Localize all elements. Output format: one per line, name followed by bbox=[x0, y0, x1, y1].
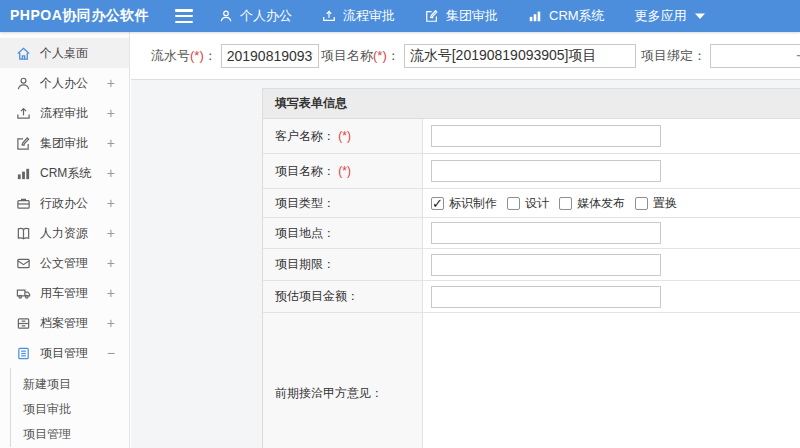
nav-label: 个人办公 bbox=[240, 7, 292, 25]
collapse-icon[interactable]: − bbox=[107, 346, 115, 360]
sidebar-item-archives[interactable]: 档案管理 + bbox=[0, 308, 129, 338]
row-project-name: 项目名称： (*) bbox=[263, 154, 800, 189]
checkbox-icon[interactable] bbox=[559, 197, 572, 210]
caret-down-icon bbox=[695, 12, 705, 20]
expand-icon[interactable]: + bbox=[107, 166, 115, 180]
row-preliminary-opinion: 前期接洽甲方意见： bbox=[263, 313, 800, 448]
project-budget-label: 预估项目金额： bbox=[263, 281, 423, 312]
plus-icon[interactable]: + bbox=[796, 46, 800, 66]
sidebar-item-personal-office[interactable]: 个人办公 + bbox=[0, 68, 129, 98]
project-bind-field: 项目绑定： bbox=[641, 32, 800, 80]
project-location-input[interactable] bbox=[431, 222, 661, 244]
form-table: 填写表单信息 客户名称： (*) 项目名称： (*) 项目类型： 标识制作 bbox=[262, 88, 800, 448]
top-nav: 个人办公 流程审批 集团审批 CRM系统 更多应用 bbox=[219, 7, 742, 25]
briefcase-icon bbox=[16, 196, 31, 211]
expand-icon[interactable]: + bbox=[107, 196, 115, 210]
checkbox-icon[interactable] bbox=[635, 197, 648, 210]
nav-more-apps[interactable]: 更多应用 bbox=[635, 7, 712, 25]
project-bind-label: 项目绑定： bbox=[641, 47, 706, 65]
app-window: PHPOA协同办公软件 个人办公 流程审批 集团审批 CRM系统 更多应用 bbox=[0, 0, 800, 448]
expand-icon[interactable]: + bbox=[107, 286, 115, 300]
checkbox-option-design[interactable]: 设计 bbox=[507, 195, 549, 212]
sidebar-subitem-project-approval[interactable]: 项目审批 bbox=[11, 397, 129, 422]
app-title: PHPOA协同办公软件 bbox=[0, 7, 175, 25]
expand-icon[interactable]: + bbox=[107, 76, 115, 90]
sidebar: 个人桌面 个人办公 + 流程审批 + 集团审批 + CRM系统 + 行政办公 + bbox=[0, 32, 130, 448]
project-name-label: 项目名称(*)： bbox=[321, 47, 400, 65]
serial-input[interactable] bbox=[221, 44, 319, 68]
expand-icon[interactable]: + bbox=[107, 226, 115, 240]
mail-icon bbox=[16, 256, 31, 271]
preliminary-opinion-textarea[interactable] bbox=[423, 313, 800, 448]
project-name-input[interactable] bbox=[404, 44, 636, 68]
sidebar-submenu-project: 新建项目 项目审批 项目管理 bbox=[10, 368, 129, 447]
edit-icon bbox=[425, 9, 439, 23]
checkbox-icon[interactable] bbox=[431, 197, 444, 210]
home-icon bbox=[16, 46, 31, 61]
checkbox-option-exchange[interactable]: 置换 bbox=[635, 195, 677, 212]
nav-group-approval[interactable]: 集团审批 bbox=[425, 7, 498, 25]
hamburger-menu-icon[interactable] bbox=[175, 9, 193, 23]
project-bind-input[interactable] bbox=[710, 44, 800, 68]
nav-crm-system[interactable]: CRM系统 bbox=[528, 7, 605, 25]
nav-label: 更多应用 bbox=[635, 7, 687, 25]
sidebar-item-admin-office[interactable]: 行政办公 + bbox=[0, 188, 129, 218]
expand-icon[interactable]: + bbox=[107, 316, 115, 330]
checkbox-option-media-release[interactable]: 媒体发布 bbox=[559, 195, 625, 212]
edit-icon bbox=[16, 136, 31, 151]
sidebar-item-crm[interactable]: CRM系统 + bbox=[0, 158, 129, 188]
truck-icon bbox=[16, 286, 31, 301]
sidebar-item-workflow-approval[interactable]: 流程审批 + bbox=[0, 98, 129, 128]
upload-icon bbox=[322, 9, 336, 23]
top-bar: PHPOA协同办公软件 个人办公 流程审批 集团审批 CRM系统 更多应用 bbox=[0, 0, 800, 32]
project-name-row-input[interactable] bbox=[431, 160, 661, 182]
nav-workflow-approval[interactable]: 流程审批 bbox=[322, 7, 395, 25]
nav-personal-office[interactable]: 个人办公 bbox=[219, 7, 292, 25]
checkbox-option-sign-making[interactable]: 标识制作 bbox=[431, 195, 497, 212]
sidebar-item-vehicle[interactable]: 用车管理 + bbox=[0, 278, 129, 308]
expand-icon[interactable]: + bbox=[107, 256, 115, 270]
expand-icon[interactable]: + bbox=[107, 136, 115, 150]
project-duration-input[interactable] bbox=[431, 254, 661, 276]
row-project-budget: 预估项目金额： bbox=[263, 281, 800, 313]
customer-name-input[interactable] bbox=[431, 125, 661, 147]
project-type-label: 项目类型： bbox=[263, 189, 423, 217]
sidebar-item-group-approval[interactable]: 集团审批 + bbox=[0, 128, 129, 158]
project-name-field: 项目名称(*)： bbox=[321, 32, 636, 80]
customer-name-label: 客户名称： (*) bbox=[263, 119, 423, 153]
serial-label: 流水号(*)： bbox=[151, 47, 217, 65]
sidebar-subitem-new-project[interactable]: 新建项目 bbox=[11, 372, 129, 397]
bar-chart-icon bbox=[16, 166, 31, 181]
project-duration-label: 项目期限： bbox=[263, 249, 423, 280]
sidebar-item-hr[interactable]: 人力资源 + bbox=[0, 218, 129, 248]
user-icon bbox=[219, 9, 233, 23]
bar-chart-icon bbox=[528, 9, 542, 23]
sidebar-subitem-project-manage[interactable]: 项目管理 bbox=[11, 422, 129, 447]
nav-label: CRM系统 bbox=[549, 7, 605, 25]
preliminary-opinion-label: 前期接洽甲方意见： bbox=[263, 313, 423, 448]
main-content: 流水号(*)： 项目名称(*)： 项目绑定： + 填写表单信息 客户名称： (*… bbox=[131, 32, 800, 448]
project-name-row-label: 项目名称： (*) bbox=[263, 154, 423, 188]
row-project-location: 项目地点： bbox=[263, 218, 800, 249]
row-customer-name: 客户名称： (*) bbox=[263, 119, 800, 154]
sidebar-item-desktop[interactable]: 个人桌面 bbox=[0, 38, 129, 68]
form-section-title: 填写表单信息 bbox=[263, 89, 800, 119]
checkbox-icon[interactable] bbox=[507, 197, 520, 210]
project-budget-input[interactable] bbox=[431, 286, 661, 308]
form-header-strip: 流水号(*)： 项目名称(*)： 项目绑定： + bbox=[131, 32, 800, 80]
expand-icon[interactable]: + bbox=[107, 106, 115, 120]
user-icon bbox=[16, 76, 31, 91]
project-doc-icon bbox=[16, 346, 31, 361]
upload-icon bbox=[16, 106, 31, 121]
nav-label: 集团审批 bbox=[446, 7, 498, 25]
serial-field: 流水号(*)： bbox=[151, 32, 319, 80]
book-icon bbox=[16, 226, 31, 241]
row-project-type: 项目类型： 标识制作 设计 媒体发布 bbox=[263, 189, 800, 218]
content-body: 填写表单信息 客户名称： (*) 项目名称： (*) 项目类型： 标识制作 bbox=[131, 80, 800, 448]
nav-label: 流程审批 bbox=[343, 7, 395, 25]
archive-icon bbox=[16, 316, 31, 331]
project-location-label: 项目地点： bbox=[263, 218, 423, 248]
sidebar-item-official-docs[interactable]: 公文管理 + bbox=[0, 248, 129, 278]
row-project-duration: 项目期限： bbox=[263, 249, 800, 281]
sidebar-item-project-mgmt[interactable]: 项目管理 − bbox=[0, 338, 129, 368]
